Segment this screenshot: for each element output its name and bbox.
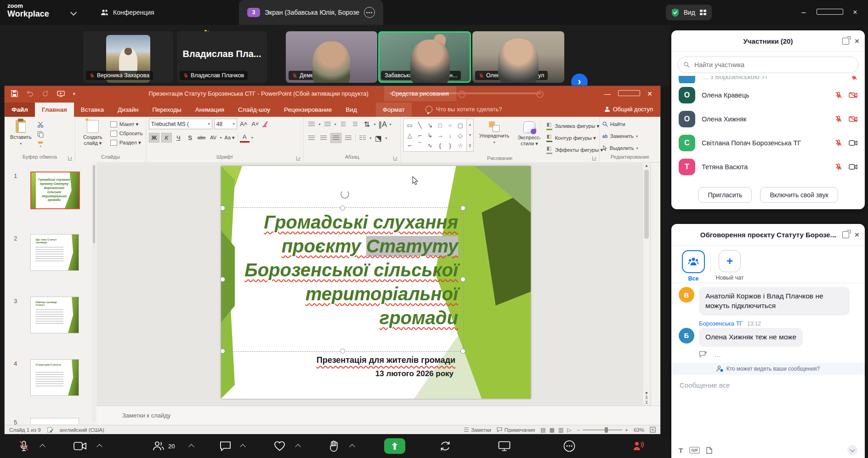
tab-animations[interactable]: Анимация: [188, 103, 231, 117]
character-spacing-button[interactable]: AV: [209, 133, 218, 142]
start-slideshow-icon[interactable]: [57, 91, 65, 97]
paste-button[interactable]: Вставить▾: [7, 119, 34, 147]
participant-search[interactable]: [678, 57, 858, 73]
participants-options-caret[interactable]: [189, 444, 193, 448]
font-color-button[interactable]: А: [240, 132, 250, 143]
strikethrough-button[interactable]: abc: [197, 133, 207, 142]
chat-tab-everyone[interactable]: Все: [679, 250, 708, 282]
screen-tab-menu-icon[interactable]: •••: [364, 7, 375, 18]
customize-qat-icon[interactable]: ▾: [73, 92, 75, 96]
participant-row[interactable]: О Олена Хижняк: [671, 107, 865, 131]
zoom-thumb[interactable]: [605, 427, 608, 433]
find-button[interactable]: Найти: [602, 120, 658, 129]
participant-row[interactable]: С Світлана Попач Борозенська ТГ: [671, 131, 865, 155]
redo-icon[interactable]: [42, 91, 49, 97]
language-indicator[interactable]: английский (США): [60, 427, 104, 433]
rotation-handle[interactable]: [340, 190, 349, 199]
undo-icon[interactable]: [26, 91, 34, 97]
ppt-maximize-button[interactable]: [618, 90, 639, 97]
tab-insert[interactable]: Вставка: [74, 103, 111, 117]
bullets-button[interactable]: [306, 120, 317, 129]
raise-hand-options-caret[interactable]: [350, 444, 354, 448]
video-tile-zabavska-active-speaker[interactable]: Забавська Юлія, Борозен...: [378, 31, 471, 83]
notes-bar[interactable]: Заметки к слайду: [96, 406, 660, 425]
align-left-button[interactable]: [306, 133, 317, 143]
italic-button[interactable]: К: [161, 133, 172, 143]
search-input[interactable]: [693, 61, 852, 69]
shapes-gallery[interactable]: ▭╲↘□○▢ △⌐↳→↓◇ ∽⌒∿{}☆: [403, 119, 467, 152]
fit-to-window-icon[interactable]: [650, 427, 656, 433]
chat-menu-icon[interactable]: …: [830, 231, 837, 239]
share-button[interactable]: Общий доступ: [605, 106, 653, 117]
tab-meeting[interactable]: Конференция: [94, 5, 161, 20]
text-shadow-button[interactable]: S: [185, 133, 195, 142]
arrange-button[interactable]: Упорядочить▾: [477, 119, 512, 146]
layout-button[interactable]: Макет ▾: [110, 120, 143, 129]
more-actions-icon[interactable]: …: [714, 350, 721, 358]
copy-icon[interactable]: [37, 131, 44, 137]
zoom-percentage[interactable]: 63%: [634, 427, 644, 433]
change-case-button[interactable]: Aa ▾: [224, 133, 236, 142]
mute-options-caret[interactable]: [40, 444, 45, 448]
tab-transitions[interactable]: Переходы: [145, 103, 188, 117]
whiteboard-button[interactable]: [498, 441, 511, 451]
shapes-gallery-scroll[interactable]: ▴▾⊽: [467, 119, 474, 152]
text-direction-button[interactable]: ∥A: [378, 120, 388, 129]
resize-handle[interactable]: [460, 277, 465, 282]
mute-button[interactable]: [18, 440, 29, 452]
font-size-combo[interactable]: 48▾: [214, 119, 237, 129]
shape-effects-button[interactable]: Эффекты фигуры ▾: [546, 145, 603, 155]
comments-toggle[interactable]: Примечания: [497, 427, 535, 433]
scroll-to-bottom-button[interactable]: [847, 445, 857, 455]
tab-design[interactable]: Дизайн: [111, 103, 145, 117]
video-tile-oleksandr[interactable]: Олександр Мошнягул: [472, 31, 564, 83]
minimize-button[interactable]: –: [791, 8, 817, 17]
format-text-icon[interactable]: Т: [679, 447, 683, 454]
reactions-options-caret[interactable]: [296, 444, 300, 448]
restore-button[interactable]: [817, 8, 842, 17]
slide-subtitle-text[interactable]: Презентація для жителів громади 13 лютог…: [239, 355, 455, 378]
shrink-font-button[interactable]: A˅: [250, 120, 260, 128]
slide-canvas[interactable]: Громадські слухання проєкту Статуту Боро…: [221, 166, 531, 399]
smartart-convert-button[interactable]: ⬔: [374, 133, 384, 143]
quick-styles-button[interactable]: Экспресс-стили ▾: [515, 119, 544, 148]
tab-view[interactable]: Вид: [339, 103, 363, 117]
cut-icon[interactable]: [37, 121, 44, 128]
sender-name[interactable]: Борозенська ТГ: [699, 320, 743, 327]
privacy-notice[interactable]: Кто может видеть ваши сообщения?: [671, 363, 865, 375]
view-switcher[interactable]: ▤▦▥▷: [540, 427, 571, 433]
workspace-chevron-icon[interactable]: [70, 9, 77, 16]
message-bubble[interactable]: Олена Хижняк теж не може: [699, 328, 803, 347]
new-slide-button[interactable]: Создать слайд ▾: [78, 119, 108, 147]
replace-button[interactable]: ab Заменить▾: [602, 132, 658, 141]
chat-tab-new[interactable]: + Новый чат: [715, 250, 744, 281]
clipped-participant-row[interactable]: … з Борозенською ТГ: [671, 76, 865, 83]
clipboard-dialog-launcher[interactable]: [68, 156, 72, 160]
font-name-combo[interactable]: Trebuchet MS (▾: [149, 119, 212, 129]
zoom-in-button[interactable]: +: [625, 427, 628, 433]
save-icon[interactable]: [11, 90, 18, 97]
align-center-button[interactable]: [318, 133, 329, 143]
shape-fill-button[interactable]: Заливка фигуры ▾: [546, 121, 603, 131]
columns-button[interactable]: [357, 133, 368, 143]
close-button[interactable]: ×: [842, 8, 868, 17]
tell-me-box[interactable]: Что вы хотите сделать?: [425, 106, 502, 117]
underline-button[interactable]: Ч: [174, 133, 183, 142]
chat-button[interactable]: [220, 441, 231, 452]
video-tile-vladislav[interactable]: Владислав Пла... Владислав Плачков: [177, 31, 267, 83]
close-chat-icon[interactable]: ×: [855, 231, 859, 239]
font-dialog-launcher[interactable]: [296, 156, 301, 160]
justify-button[interactable]: [343, 133, 353, 143]
more-button[interactable]: [563, 440, 575, 452]
decrease-indent-button[interactable]: [338, 120, 348, 129]
grow-font-button[interactable]: A˄: [239, 120, 249, 128]
participant-row[interactable]: О Олена Кравець: [671, 83, 865, 107]
bold-button[interactable]: Ж: [149, 133, 159, 143]
clear-formatting-icon[interactable]: [262, 120, 269, 127]
view-button[interactable]: Вид: [666, 5, 712, 20]
shape-outline-button[interactable]: Контур фигуры ▾: [546, 133, 603, 143]
reactions-button[interactable]: [274, 441, 285, 451]
gif-icon[interactable]: GIF: [689, 447, 700, 453]
attach-file-icon[interactable]: [706, 447, 712, 454]
resize-handle[interactable]: [460, 206, 465, 211]
